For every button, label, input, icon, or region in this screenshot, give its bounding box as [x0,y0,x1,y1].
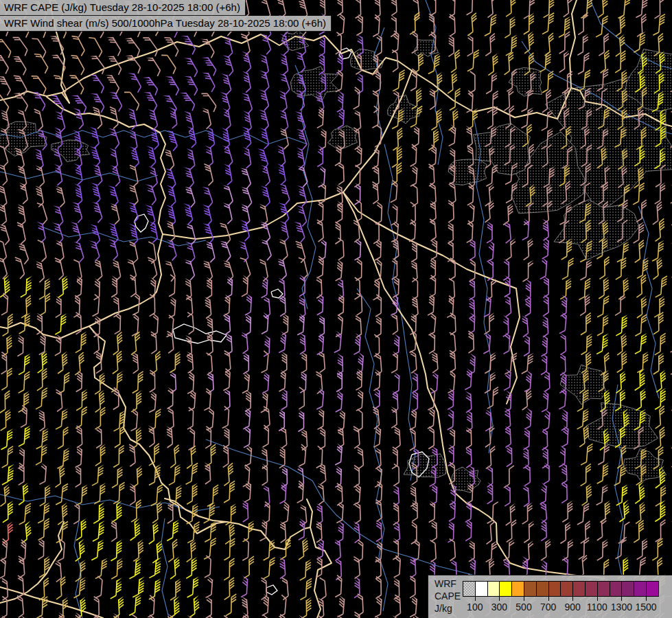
legend-tick-label: 900 [565,602,581,613]
legend-color-swatch [549,581,561,597]
legend-tick-label: 100 [467,602,483,613]
legend-tick-mark [621,596,622,601]
legend-color-swatch [586,581,598,597]
legend-tick-mark [524,596,524,601]
legend-label-line2: CAPE [435,590,461,602]
legend-label-line3: J/kg [435,602,461,615]
title-line-shear: WRF Wind shear (m/s) 500/1000hPa Tuesday… [0,16,332,32]
legend-tick-mark [475,596,476,601]
legend-tick-label: 300 [491,602,507,613]
legend-tick-label: 700 [540,602,556,613]
legend-label-line1: WRF [435,577,461,590]
legend-tick-label: 1300 [611,602,632,613]
legend-tick-mark [646,596,647,601]
legend-tick-mark [548,596,549,601]
legend-color-swatch [476,581,488,597]
cape-legend: WRF CAPE J/kg 10030050070090011001300150… [428,575,672,618]
weather-map-stage: WRF CAPE (J/kg) Tuesday 28-10-2025 18:00… [0,0,672,618]
legend-color-swatch [524,581,537,597]
legend-label: WRF CAPE J/kg [435,577,461,615]
legend-color-swatch [610,581,623,597]
legend-tick-mark [597,596,598,601]
legend-color-swatch [647,581,659,597]
legend-color-swatch [622,581,634,597]
legend-colorbar [463,581,659,595]
legend-tick-label: 1500 [635,602,656,613]
weather-map [0,0,672,618]
legend-tick-label: 1100 [587,602,607,613]
legend-tick-mark [499,596,500,601]
title-line-cape: WRF CAPE (J/kg) Tuesday 28-10-2025 18:00… [0,0,246,16]
legend-tick-mark [572,596,573,601]
legend-color-swatch [573,581,586,597]
title-box: WRF CAPE (J/kg) Tuesday 28-10-2025 18:00… [0,0,332,32]
legend-tick-label: 500 [515,602,531,613]
legend-color-swatch [537,581,549,597]
legend-color-swatch [463,581,476,597]
legend-color-swatch [512,581,524,597]
legend-color-swatch [598,581,610,597]
legend-color-swatch [561,581,573,597]
legend-color-swatch [500,581,512,597]
legend-color-swatch [634,581,647,597]
legend-color-swatch [488,581,500,597]
